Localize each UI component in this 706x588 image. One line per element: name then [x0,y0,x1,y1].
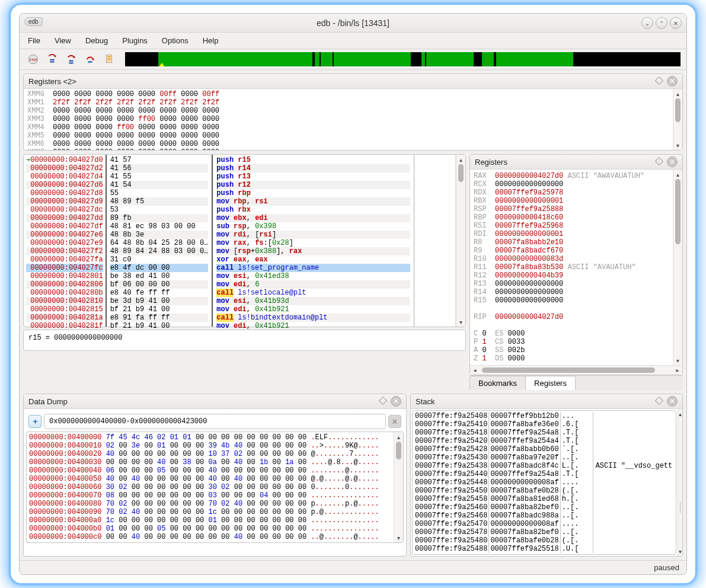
svg-rect-4 [50,62,54,63]
xmm-registers-panel: Registers <2> ✕ XMM0 0000 0000 0000 0000… [23,74,683,151]
reg-close-icon[interactable]: ✕ [667,156,678,167]
tab-registers[interactable]: Registers [525,376,576,390]
stack-scrollbar[interactable]: ▴▾ [678,409,682,556]
svg-rect-6 [69,60,73,62]
disassembly-panel[interactable]: ➔00000000:004027d0 00000000:004027d2 000… [23,154,466,327]
reg-hscrollbar[interactable]: ◂▸ [470,365,682,375]
stack-close-icon[interactable]: ✕ [667,396,678,407]
svg-rect-7 [69,62,73,63]
step-out-icon[interactable] [82,52,98,67]
menubar: File View Debug Plugins Options Help [20,33,686,49]
data-dump-panel: Data Dump ✕ ＋ 0x0000000000400000-0x00000… [23,394,407,557]
stack-title: Stack [416,397,435,406]
float-icon[interactable] [655,76,663,85]
dump-close-icon[interactable]: ✕ [391,396,401,407]
dump-content[interactable]: 00000000:00400000 7f 45 4c 46 02 01 01 0… [27,432,394,542]
reg-float-icon[interactable] [655,157,663,165]
step-into-icon[interactable] [44,52,60,67]
app-logo: edb [24,17,43,26]
menu-help[interactable]: Help [203,36,219,45]
menu-view[interactable]: View [55,36,71,45]
stack-float-icon[interactable] [655,397,663,405]
statusbar: paused [20,560,686,574]
dump-title: Data Dump [28,397,68,406]
dump-float-icon[interactable] [379,397,387,405]
right-tabs: Bookmarks Registers [469,375,683,390]
window-title: edb - /bin/ls [13431] [317,18,389,28]
dump-range-input[interactable]: 0x0000000000400000-0x0000000000423000 [44,414,386,429]
stack-comment: ASCII "__vdso_gett [593,412,675,553]
svg-text:STOP: STOP [30,58,37,62]
svg-rect-3 [50,59,54,60]
xmm-scrollbar[interactable]: ▴▾ [673,89,682,150]
registers-title: Registers [475,158,507,167]
maximize-button[interactable]: ⌃ [656,17,667,29]
menu-plugins[interactable]: Plugins [122,36,148,45]
menu-file[interactable]: File [28,36,40,45]
stack-ascii: ... .6.[ .T.[ .T.[ `.[. ..[. L.[. .T.[ .… [561,412,593,553]
titlebar: edb edb - /bin/ls [13431] ⌄ ⌃ ✕ [20,14,686,33]
xmm-close-icon[interactable]: ✕ [667,76,678,87]
registers-panel: Registers ✕ RAX 00000000004027d0 ASCII "… [469,154,683,375]
step-over-icon[interactable] [63,52,79,67]
expression-output: r15 = 0000000000000000 [23,330,466,351]
stack-panel: Stack ✕ 00007ffe:f9a25408 00007ffe:f9a25… [410,394,683,557]
stack-addresses[interactable]: 00007ffe:f9a25408 00007ffe:f9a25410 0000… [414,412,489,553]
svg-rect-9 [88,62,92,63]
reg-scrollbar[interactable]: ▴▾ [673,170,682,365]
add-dump-button[interactable]: ＋ [28,415,41,428]
xmm-panel-title: Registers <2> [28,77,76,86]
clear-range-button[interactable]: ✕ [388,415,401,428]
dump-scrollbar[interactable]: ▴▾ [394,432,403,542]
script-icon[interactable] [101,52,117,67]
stack-values[interactable]: 00007ffef9bb12b0 00007fa8bafe36e0 00007f… [489,412,560,553]
menu-debug[interactable]: Debug [85,36,108,45]
window: edb edb - /bin/ls [13431] ⌄ ⌃ ✕ File Vie… [19,13,687,575]
memory-map-strip[interactable] [125,52,681,66]
svg-rect-10 [107,55,112,63]
disasm-scrollbar[interactable]: ▴▾ [456,155,465,327]
minimize-button[interactable]: ⌄ [641,17,653,29]
registers-content[interactable]: RAX 00000000004027d0 ASCII "AWAVAUATUH" … [470,170,673,365]
stop-icon[interactable]: STOP [25,52,41,67]
xmm-content[interactable]: XMM0 0000 0000 0000 0000 0000 00ff 0000 … [24,89,673,150]
menu-options[interactable]: Options [162,36,189,45]
toolbar: STOP [20,49,686,70]
close-button[interactable]: ✕ [670,17,682,29]
tab-bookmarks[interactable]: Bookmarks [469,376,526,390]
